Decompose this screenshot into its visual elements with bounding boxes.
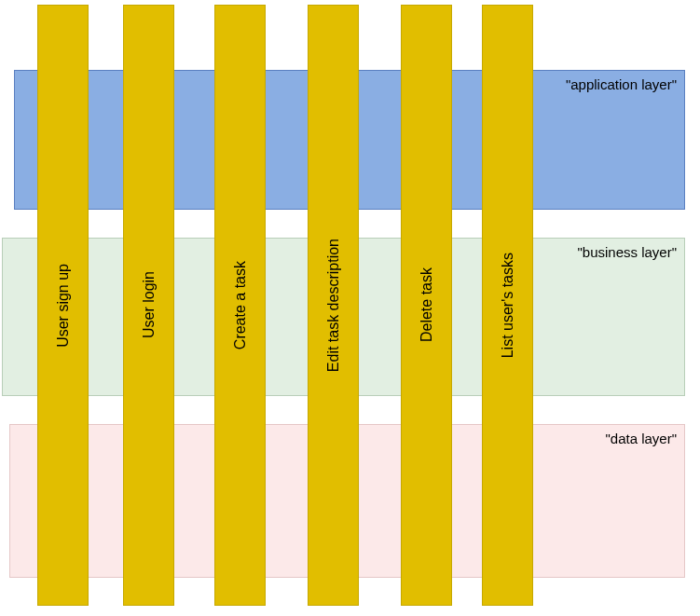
slice-delete-task-label: Delete task [419,267,435,342]
layer-business-label: "business layer" [577,244,677,260]
slice-user-sign-up-label: User sign up [55,264,72,348]
slice-user-login-label: User login [141,271,158,338]
layer-data-label: "data layer" [605,431,677,446]
slice-list-users-tasks-label: List user's tasks [500,253,516,358]
slice-delete-task: Delete task [401,5,452,606]
slice-user-sign-up: User sign up [37,5,89,606]
layer-application-label: "application layer" [566,76,677,92]
slice-create-a-task: Create a task [214,5,266,606]
slice-list-users-tasks: List user's tasks [482,5,533,606]
slice-create-a-task-label: Create a task [232,261,249,349]
slice-edit-task-desc: Edit task description [308,5,359,606]
slice-edit-task-desc-label: Edit task description [325,239,342,372]
slice-user-login: User login [123,5,174,606]
